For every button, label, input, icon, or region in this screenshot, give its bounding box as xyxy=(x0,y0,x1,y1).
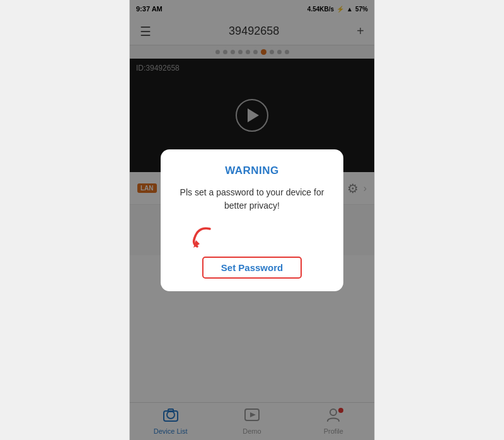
warning-dialog: WARNING Pls set a password to your devic… xyxy=(161,149,343,291)
set-password-button[interactable]: Set Password xyxy=(202,257,302,279)
modal-overlay: WARNING Pls set a password to your devic… xyxy=(130,0,374,440)
arrow-icon xyxy=(186,224,216,252)
dialog-title: WARNING xyxy=(225,165,279,177)
dialog-message: Pls set a password to your device for be… xyxy=(173,186,331,212)
phone-frame: 9:37 AM 4.54KB/s ⚡ ▲ 57% ☰ 39492658 + ID… xyxy=(129,0,375,440)
